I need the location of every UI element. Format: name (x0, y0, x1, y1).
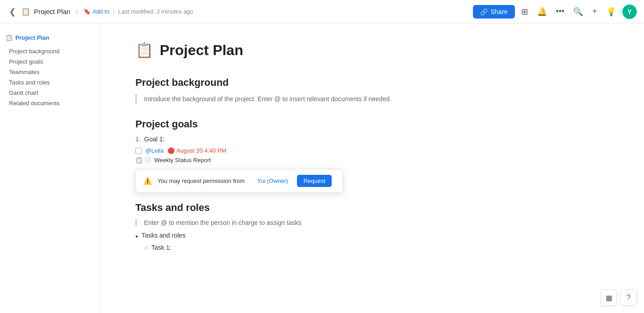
request-button[interactable]: Request (297, 175, 331, 187)
share-button[interactable]: 🔗 Share (473, 5, 514, 19)
clock-icon: 🔴 (167, 147, 175, 154)
linked-doc-label: Weekly Status Report (154, 157, 211, 164)
content-area: 📋 Project Plan Project background Introd… (99, 23, 644, 313)
project-goals-section: Project goals 1. Goal 1: @Leila 🔴 August… (135, 118, 608, 193)
more-button[interactable]: ••• (553, 4, 567, 19)
goal-sub-row: @Leila 🔴 August 20 4:40 PM (135, 147, 608, 154)
bullet-dot: • (135, 232, 138, 242)
date-badge: 🔴 August 20 4:40 PM (167, 147, 227, 154)
sidebar-title[interactable]: 📋 Project Plan (5, 34, 93, 41)
doc-icon: 📋 (21, 7, 30, 16)
last-modified: Last modified: 3 minutes ago (118, 8, 193, 15)
doc-title: Project Plan (34, 8, 70, 15)
share-icon: 🔗 (480, 8, 488, 15)
add-to-button[interactable]: 🔖 Add to (83, 8, 110, 15)
date-label: August 20 4:40 PM (176, 147, 227, 154)
help-button[interactable]: ? (621, 290, 637, 306)
project-goals-heading: Project goals (135, 118, 608, 130)
add-to-label: Add to (93, 8, 110, 15)
tasks-bullet-label: Tasks and roles (142, 232, 185, 239)
avatar[interactable]: Y (622, 5, 637, 19)
sidebar-item-project-background[interactable]: Project background (5, 47, 93, 56)
share-label: Share (491, 8, 507, 15)
topbar-left: ❮ 📋 Project Plan ☆ 🔖 Add to | Last modif… (7, 5, 193, 19)
topbar: ❮ 📋 Project Plan ☆ 🔖 Add to | Last modif… (0, 0, 644, 23)
sidebar-title-label: Project Plan (15, 34, 49, 41)
task-1-label: Task 1: (151, 244, 171, 251)
bulb-button[interactable]: 💡 (603, 4, 619, 19)
back-button[interactable]: ❮ (7, 5, 18, 19)
search-button[interactable]: 🔍 (570, 4, 586, 19)
notifications-button[interactable]: 🔔 (534, 4, 550, 19)
permission-tooltip: ⚠️ You may request permission from Yui (… (135, 169, 343, 193)
linked-doc-icons: 📋 📄 (135, 157, 152, 164)
sidebar-item-tasks-and-roles[interactable]: Tasks and roles (5, 78, 93, 87)
sidebar-item-gantt-chart[interactable]: Gantt chart (5, 88, 93, 98)
goal-label: Goal 1: (144, 135, 165, 143)
goal-checkbox[interactable] (135, 148, 142, 154)
task-1-item: ○ Task 1: (144, 244, 608, 252)
sidebar-item-related-documents[interactable]: Related documents (5, 98, 93, 108)
tasks-heading: Tasks and roles (135, 202, 608, 214)
separator: | (113, 8, 114, 15)
sidebar-item-teammates[interactable]: Teammates (5, 67, 93, 77)
star-icon[interactable]: ☆ (74, 8, 80, 15)
add-to-icon: 🔖 (83, 8, 91, 15)
owner-link[interactable]: Yui (Owner) (257, 178, 288, 184)
sidebar-title-icon: 📋 (5, 34, 13, 41)
table-layout-button[interactable]: ▦ (601, 290, 617, 306)
main-layout: 📋 Project Plan Project background Projec… (0, 23, 644, 313)
present-button[interactable]: ⊞ (519, 4, 531, 19)
tasks-bullet-item: • Tasks and roles (135, 232, 608, 242)
add-button[interactable]: + (589, 4, 600, 19)
bottom-right-actions: ▦ ? (601, 290, 637, 306)
topbar-right: 🔗 Share ⊞ 🔔 ••• 🔍 + 💡 Y (473, 4, 637, 19)
page-title-icon: 📋 (135, 42, 153, 59)
tasks-placeholder[interactable]: Enter @ to mention the person in charge … (135, 219, 608, 226)
tasks-section: Tasks and roles Enter @ to mention the p… (135, 202, 608, 252)
sidebar-item-project-goals[interactable]: Project goals (5, 57, 93, 66)
goal-item-1: 1. Goal 1: (135, 135, 608, 143)
permission-text: You may request permission from (158, 178, 245, 184)
assignee-mention[interactable]: @Leila (145, 147, 164, 154)
project-background-section: Project background Introduce the backgro… (135, 77, 608, 104)
sub-bullet-dot: ○ (144, 244, 148, 252)
linked-doc-row[interactable]: 📋 📄 Weekly Status Report (135, 157, 608, 164)
sidebar: 📋 Project Plan Project background Projec… (0, 23, 99, 313)
warning-icon: ⚠️ (143, 177, 152, 185)
project-background-placeholder[interactable]: Introduce the background of the project.… (135, 94, 608, 104)
page-title: Project Plan (160, 42, 243, 59)
page-title-row: 📋 Project Plan (135, 42, 608, 59)
goal-number: 1. (135, 135, 141, 143)
project-background-heading: Project background (135, 77, 608, 89)
